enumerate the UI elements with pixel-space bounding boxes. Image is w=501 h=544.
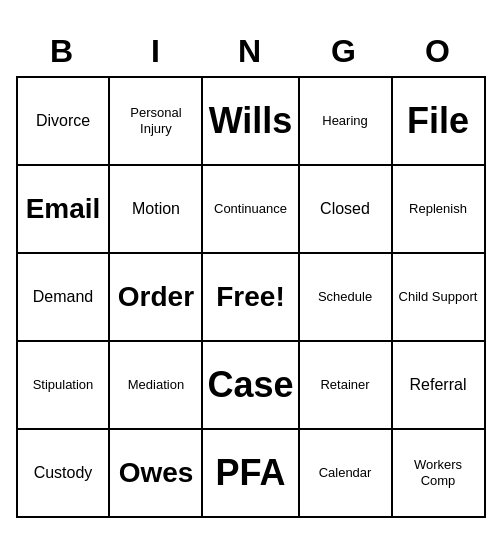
header-letter-n: N: [204, 27, 298, 76]
bingo-cell-13: Schedule: [300, 254, 393, 342]
bingo-cell-0: Divorce: [18, 78, 111, 166]
bingo-cell-21: Owes: [110, 430, 203, 518]
cell-text-7: Continuance: [214, 201, 287, 217]
header-letter-b: B: [16, 27, 110, 76]
cell-text-2: Wills: [209, 99, 293, 142]
bingo-cell-23: Calendar: [300, 430, 393, 518]
bingo-cell-17: Case: [203, 342, 299, 430]
bingo-cell-14: Child Support: [393, 254, 486, 342]
bingo-cell-19: Referral: [393, 342, 486, 430]
bingo-cell-2: Wills: [203, 78, 299, 166]
cell-text-19: Referral: [410, 375, 467, 394]
bingo-cell-11: Order: [110, 254, 203, 342]
cell-text-18: Retainer: [320, 377, 369, 393]
bingo-header: BINGO: [16, 27, 486, 76]
bingo-cell-4: File: [393, 78, 486, 166]
bingo-cell-15: Stipulation: [18, 342, 111, 430]
bingo-cell-1: Personal Injury: [110, 78, 203, 166]
cell-text-12: Free!: [216, 280, 284, 314]
bingo-cell-10: Demand: [18, 254, 111, 342]
cell-text-13: Schedule: [318, 289, 372, 305]
bingo-cell-8: Closed: [300, 166, 393, 254]
cell-text-5: Email: [26, 192, 101, 226]
bingo-cell-16: Mediation: [110, 342, 203, 430]
bingo-cell-22: PFA: [203, 430, 299, 518]
bingo-cell-24: Workers Comp: [393, 430, 486, 518]
bingo-cell-3: Hearing: [300, 78, 393, 166]
cell-text-22: PFA: [215, 451, 285, 494]
bingo-cell-5: Email: [18, 166, 111, 254]
cell-text-15: Stipulation: [33, 377, 94, 393]
cell-text-1: Personal Injury: [114, 105, 197, 136]
cell-text-14: Child Support: [399, 289, 478, 305]
bingo-cell-12: Free!: [203, 254, 299, 342]
cell-text-9: Replenish: [409, 201, 467, 217]
bingo-cell-20: Custody: [18, 430, 111, 518]
cell-text-3: Hearing: [322, 113, 368, 129]
bingo-cell-6: Motion: [110, 166, 203, 254]
cell-text-11: Order: [118, 280, 194, 314]
cell-text-16: Mediation: [128, 377, 184, 393]
bingo-cell-7: Continuance: [203, 166, 299, 254]
cell-text-6: Motion: [132, 199, 180, 218]
header-letter-o: O: [392, 27, 486, 76]
cell-text-23: Calendar: [319, 465, 372, 481]
cell-text-21: Owes: [119, 456, 194, 490]
cell-text-10: Demand: [33, 287, 93, 306]
cell-text-8: Closed: [320, 199, 370, 218]
bingo-cell-9: Replenish: [393, 166, 486, 254]
cell-text-17: Case: [207, 363, 293, 406]
cell-text-4: File: [407, 99, 469, 142]
bingo-grid: DivorcePersonal InjuryWillsHearingFileEm…: [16, 76, 486, 518]
bingo-cell-18: Retainer: [300, 342, 393, 430]
cell-text-24: Workers Comp: [397, 457, 480, 488]
cell-text-0: Divorce: [36, 111, 90, 130]
bingo-card: BINGO DivorcePersonal InjuryWillsHearing…: [16, 27, 486, 518]
cell-text-20: Custody: [34, 463, 93, 482]
header-letter-i: I: [110, 27, 204, 76]
header-letter-g: G: [298, 27, 392, 76]
